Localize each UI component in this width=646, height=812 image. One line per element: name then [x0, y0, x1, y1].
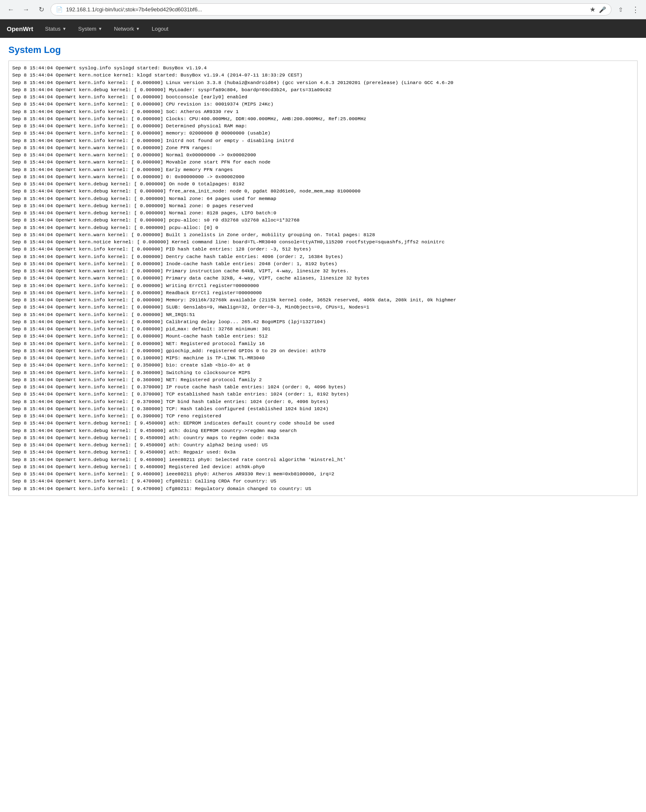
log-line: Sep 8 15:44:04 OpenWrt kern.info kernel:…: [12, 296, 634, 303]
log-line: Sep 8 15:44:04 OpenWrt kern.info kernel:…: [12, 100, 634, 108]
brand-link[interactable]: OpenWrt: [7, 25, 33, 32]
log-line: Sep 8 15:44:04 OpenWrt kern.debug kernel…: [12, 463, 634, 470]
nav-logout-label: Logout: [152, 26, 169, 32]
url-input[interactable]: [66, 6, 586, 13]
log-line: Sep 8 15:44:04 OpenWrt kern.warn kernel:…: [12, 166, 634, 173]
page-icon: 📄: [56, 6, 63, 13]
log-line: Sep 8 15:44:04 OpenWrt kern.warn kernel:…: [12, 173, 634, 180]
nav-status-label: Status: [45, 26, 61, 32]
log-line: Sep 8 15:44:04 OpenWrt kern.warn kernel:…: [12, 231, 634, 238]
nav-system-label: System: [78, 26, 96, 32]
log-line: Sep 8 15:44:04 OpenWrt kern.warn kernel:…: [12, 151, 634, 158]
log-line: Sep 8 15:44:04 OpenWrt kern.debug kernel…: [12, 187, 634, 195]
log-line: Sep 8 15:44:04 OpenWrt kern.warn kernel:…: [12, 144, 634, 151]
log-line: Sep 8 15:44:04 OpenWrt kern.info kernel:…: [12, 289, 634, 296]
log-line: Sep 8 15:44:04 OpenWrt kern.info kernel:…: [12, 412, 634, 419]
log-line: Sep 8 15:44:04 OpenWrt kern.info kernel:…: [12, 93, 634, 100]
log-line: Sep 8 15:44:04 OpenWrt kern.info kernel:…: [12, 477, 634, 485]
log-line: Sep 8 15:44:04 OpenWrt kern.debug kernel…: [12, 448, 634, 456]
bookmark-icon[interactable]: ★: [590, 5, 596, 13]
browser-icons: ⇧ ⋮: [615, 4, 641, 16]
log-line: Sep 8 15:44:04 OpenWrt kern.info kernel:…: [12, 354, 634, 361]
log-line: Sep 8 15:44:04 OpenWrt kern.info kernel:…: [12, 398, 634, 405]
reload-button[interactable]: ↻: [35, 4, 47, 16]
log-line: Sep 8 15:44:04 OpenWrt kern.debug kernel…: [12, 434, 634, 441]
log-line: Sep 8 15:44:04 OpenWrt kern.info kernel:…: [12, 369, 634, 376]
address-bar: 📄 ★ 🎤: [50, 3, 612, 16]
log-line: Sep 8 15:44:04 OpenWrt kern.debug kernel…: [12, 86, 634, 93]
log-line: Sep 8 15:44:04 OpenWrt kern.info kernel:…: [12, 129, 634, 137]
log-line: Sep 8 15:44:04 OpenWrt kern.info kernel:…: [12, 405, 634, 412]
log-line: Sep 8 15:44:04 OpenWrt kern.info kernel:…: [12, 318, 634, 325]
log-line: Sep 8 15:44:04 OpenWrt kern.debug kernel…: [12, 195, 634, 202]
main-content: System Log Sep 8 15:44:04 OpenWrt syslog…: [0, 38, 646, 503]
log-line: Sep 8 15:44:04 OpenWrt kern.warn kernel:…: [12, 267, 634, 274]
log-line: Sep 8 15:44:04 OpenWrt kern.warn kernel:…: [12, 274, 634, 282]
log-line: Sep 8 15:44:04 OpenWrt kern.warn kernel:…: [12, 158, 634, 166]
log-line: Sep 8 15:44:04 OpenWrt kern.notice kerne…: [12, 71, 634, 79]
log-line: Sep 8 15:44:04 OpenWrt kern.info kernel:…: [12, 122, 634, 129]
log-line: Sep 8 15:44:04 OpenWrt kern.info kernel:…: [12, 108, 634, 115]
back-button[interactable]: ←: [5, 4, 17, 16]
log-line: Sep 8 15:44:04 OpenWrt kern.debug kernel…: [12, 456, 634, 463]
log-line: Sep 8 15:44:04 OpenWrt kern.info kernel:…: [12, 332, 634, 340]
page-title: System Log: [8, 45, 638, 55]
log-line: Sep 8 15:44:04 OpenWrt kern.info kernel:…: [12, 376, 634, 383]
log-line: Sep 8 15:44:04 OpenWrt kern.debug kernel…: [12, 209, 634, 216]
nav-logout[interactable]: Logout: [147, 22, 174, 35]
log-line: Sep 8 15:44:04 OpenWrt kern.debug kernel…: [12, 202, 634, 209]
log-line: Sep 8 15:44:04 OpenWrt kern.info kernel:…: [12, 79, 634, 86]
log-line: Sep 8 15:44:04 OpenWrt kern.info kernel:…: [12, 303, 634, 311]
log-line: Sep 8 15:44:04 OpenWrt kern.info kernel:…: [12, 390, 634, 398]
log-line: Sep 8 15:44:04 OpenWrt kern.info kernel:…: [12, 361, 634, 369]
log-line: Sep 8 15:44:04 OpenWrt syslog.info syslo…: [12, 64, 634, 71]
log-line: Sep 8 15:44:04 OpenWrt kern.info kernel:…: [12, 260, 634, 267]
log-line: Sep 8 15:44:04 OpenWrt kern.info kernel:…: [12, 245, 634, 253]
log-line: Sep 8 15:44:04 OpenWrt kern.info kernel:…: [12, 115, 634, 122]
share-button[interactable]: ⇧: [615, 4, 627, 16]
nav-network-label: Network: [114, 26, 134, 32]
log-line: Sep 8 15:44:04 OpenWrt kern.info kernel:…: [12, 383, 634, 390]
log-line: Sep 8 15:44:04 OpenWrt kern.info kernel:…: [12, 347, 634, 354]
nav-system[interactable]: System ▼: [73, 22, 107, 35]
log-line: Sep 8 15:44:04 OpenWrt kern.info kernel:…: [12, 253, 634, 260]
log-line: Sep 8 15:44:04 OpenWrt kern.info kernel:…: [12, 485, 634, 492]
menu-button[interactable]: ⋮: [629, 4, 641, 16]
nav-network[interactable]: Network ▼: [109, 22, 145, 35]
log-container[interactable]: Sep 8 15:44:04 OpenWrt syslog.info syslo…: [8, 61, 638, 496]
log-line: Sep 8 15:44:04 OpenWrt kern.info kernel:…: [12, 137, 634, 144]
mic-icon[interactable]: 🎤: [599, 6, 606, 13]
log-line: Sep 8 15:44:04 OpenWrt kern.debug kernel…: [12, 419, 634, 427]
log-line: Sep 8 15:44:04 OpenWrt kern.debug kernel…: [12, 224, 634, 231]
log-line: Sep 8 15:44:04 OpenWrt kern.info kernel:…: [12, 340, 634, 347]
log-line: Sep 8 15:44:04 OpenWrt kern.info kernel:…: [12, 325, 634, 332]
network-caret: ▼: [136, 26, 140, 31]
status-caret: ▼: [62, 26, 66, 31]
browser-chrome: ← → ↻ 📄 ★ 🎤 ⇧ ⋮: [0, 0, 646, 19]
log-line: Sep 8 15:44:04 OpenWrt kern.info kernel:…: [12, 311, 634, 318]
log-line: Sep 8 15:44:04 OpenWrt kern.debug kernel…: [12, 441, 634, 448]
log-line: Sep 8 15:44:04 OpenWrt kern.notice kerne…: [12, 238, 634, 245]
log-line: Sep 8 15:44:04 OpenWrt kern.debug kernel…: [12, 180, 634, 187]
navbar: OpenWrt Status ▼ System ▼ Network ▼ Logo…: [0, 19, 646, 38]
system-caret: ▼: [98, 26, 102, 31]
nav-status[interactable]: Status ▼: [40, 22, 71, 35]
log-line: Sep 8 15:44:04 OpenWrt kern.info kernel:…: [12, 282, 634, 289]
forward-button[interactable]: →: [20, 4, 32, 16]
log-line: Sep 8 15:44:04 OpenWrt kern.debug kernel…: [12, 427, 634, 434]
log-line: Sep 8 15:44:04 OpenWrt kern.debug kernel…: [12, 216, 634, 224]
log-line: Sep 8 15:44:04 OpenWrt kern.info kernel:…: [12, 470, 634, 477]
